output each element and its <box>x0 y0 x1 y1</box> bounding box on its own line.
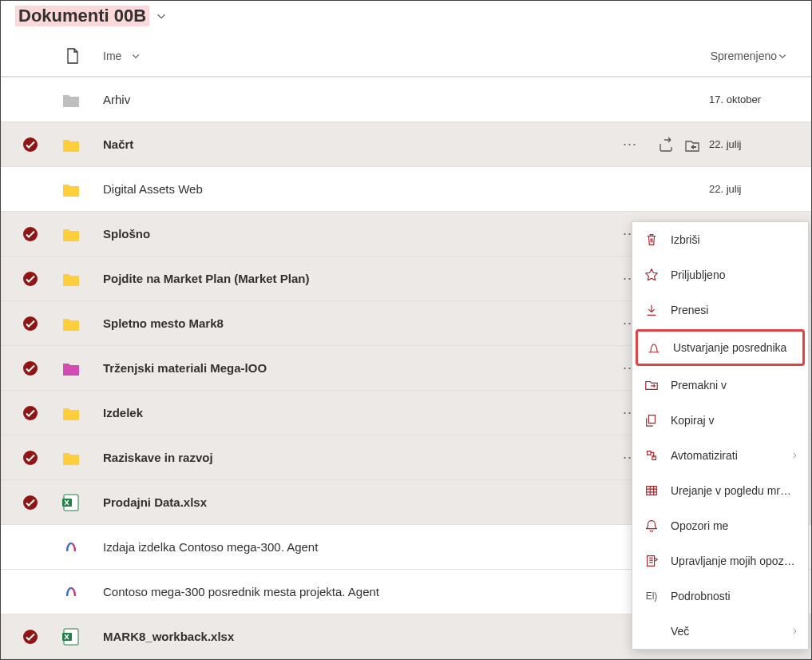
flow-icon <box>644 447 660 463</box>
chevron-right-icon <box>790 627 798 635</box>
file-icon <box>60 539 82 556</box>
file-icon <box>60 316 82 332</box>
row-select-check[interactable] <box>15 226 46 242</box>
shortcut-icon[interactable] <box>683 137 701 153</box>
row-select-check[interactable] <box>15 495 46 511</box>
file-icon <box>60 405 82 421</box>
column-header-row: Ime Spremenjeno <box>1 36 811 77</box>
inline-actions <box>644 137 701 153</box>
menu-item-label: Premakni v <box>671 379 797 392</box>
file-icon <box>60 92 82 108</box>
modified-date: 17. oktober <box>709 93 797 105</box>
star-icon <box>644 267 660 283</box>
menu-item-alerts[interactable]: Upravljanje mojih opozoril <box>632 543 808 578</box>
row-select-check[interactable] <box>15 137 46 153</box>
file-row[interactable]: Načrt ··· 22. julij <box>1 122 811 167</box>
menu-item-bell[interactable]: Opozori me <box>632 508 808 543</box>
row-select-check[interactable] <box>15 450 46 466</box>
file-icon <box>60 137 82 153</box>
menu-item-grid[interactable]: Urejanje v pogledu mreže <box>632 473 808 508</box>
menu-item-moveto[interactable]: Premakni v <box>632 368 808 403</box>
file-name[interactable]: Prodajni Data.xlsx <box>103 495 616 509</box>
grid-icon <box>644 483 660 499</box>
menu-item-none[interactable]: Več <box>632 614 808 649</box>
file-icon <box>60 271 82 287</box>
alerts-icon <box>644 553 660 569</box>
file-icon <box>60 494 82 511</box>
column-modified-label: Spremenjeno <box>711 50 777 62</box>
menu-item-label: Izbriši <box>671 233 797 246</box>
file-type-icon[interactable] <box>61 48 84 64</box>
modified-date: 22. julij <box>709 138 797 150</box>
file-icon <box>60 583 82 601</box>
agent-sm-icon <box>646 340 662 356</box>
menu-item-label: Urejanje v pogledu mreže <box>671 484 797 497</box>
menu-item-flow[interactable]: Avtomatizirati <box>632 438 808 473</box>
row-select-check[interactable] <box>15 360 46 376</box>
file-name[interactable]: Contoso mega-300 posrednik mesta projekt… <box>103 585 616 598</box>
library-title[interactable]: Dokumenti 00B <box>15 6 149 26</box>
menu-item-trash[interactable]: Izbriši <box>632 222 808 257</box>
chevron-down-icon <box>778 51 787 61</box>
modified-date: 22. julij <box>709 183 797 195</box>
file-icon <box>60 450 82 466</box>
file-row[interactable]: Arhiv 17. oktober <box>1 77 811 122</box>
chevron-down-icon <box>131 51 141 61</box>
row-select-check[interactable] <box>15 405 46 421</box>
chevron-right-icon <box>790 451 798 459</box>
file-name[interactable]: Arhiv <box>103 93 616 106</box>
menu-item-label: Opozori me <box>671 519 797 532</box>
copyto-icon <box>644 412 660 428</box>
download-icon <box>644 302 660 318</box>
row-select-check[interactable] <box>15 271 46 287</box>
menu-item-label: Več <box>671 625 797 638</box>
menu-item-label: Avtomatizirati <box>671 449 797 462</box>
library-title-bar: Dokumenti 00B <box>1 1 811 31</box>
column-name[interactable]: Ime <box>103 50 141 62</box>
none-icon <box>644 623 660 639</box>
menu-item-label: Podrobnosti <box>671 590 797 602</box>
menu-item-copyto[interactable]: Kopiraj v <box>632 403 808 438</box>
context-menu: Izbriši Priljubljeno Prenesi Ustvarjanje… <box>632 221 809 650</box>
moveto-icon <box>644 377 660 393</box>
file-name[interactable]: Izdaja izdelka Contoso mega-300. Agent <box>103 540 616 554</box>
file-icon <box>60 181 82 197</box>
menu-item-star[interactable]: Priljubljeno <box>632 257 808 292</box>
file-name[interactable]: MARK8_workback.xlsx <box>103 630 616 643</box>
file-name[interactable]: Načrt <box>103 137 616 151</box>
menu-item-label: Prenesi <box>671 304 797 316</box>
column-modified[interactable]: Spremenjeno <box>711 50 787 62</box>
row-select-check[interactable] <box>15 316 46 332</box>
menu-item-label: Priljubljeno <box>671 268 797 281</box>
file-row[interactable]: Digital Assets Web 22. julij <box>1 167 811 212</box>
file-name[interactable]: Pojdite na Market Plan (Market Plan) <box>103 272 616 285</box>
bell-icon <box>644 518 660 534</box>
file-name[interactable]: Raziskave in razvoj <box>103 451 616 464</box>
menu-item-label: Upravljanje mojih opozoril <box>671 555 797 567</box>
menu-item-download[interactable]: Prenesi <box>632 292 808 328</box>
chevron-down-icon[interactable] <box>156 10 167 22</box>
share-icon[interactable] <box>658 137 674 153</box>
file-icon <box>60 226 82 242</box>
file-icon <box>60 628 82 646</box>
file-name[interactable]: Izdelek <box>103 406 616 419</box>
file-icon <box>60 360 82 376</box>
file-name[interactable]: Spletno mesto Mark8 <box>103 316 616 330</box>
column-name-label: Ime <box>103 50 121 62</box>
trash-icon <box>644 232 660 248</box>
file-name[interactable]: Splošno <box>103 227 616 241</box>
menu-item-label: Ustvarjanje posrednika <box>673 341 794 354</box>
text-el-icon: El) <box>644 588 660 604</box>
row-select-check[interactable] <box>15 629 46 645</box>
menu-item-text-el[interactable]: El) Podrobnosti <box>632 578 808 614</box>
file-name[interactable]: Digital Assets Web <box>103 182 616 196</box>
file-name[interactable]: Trženjski materiali Mega-lOO <box>103 361 616 375</box>
more-actions-icon[interactable]: ··· <box>616 136 644 153</box>
menu-item-label: Kopiraj v <box>671 414 797 427</box>
menu-item-agent-sm[interactable]: Ustvarjanje posrednika <box>636 329 805 366</box>
